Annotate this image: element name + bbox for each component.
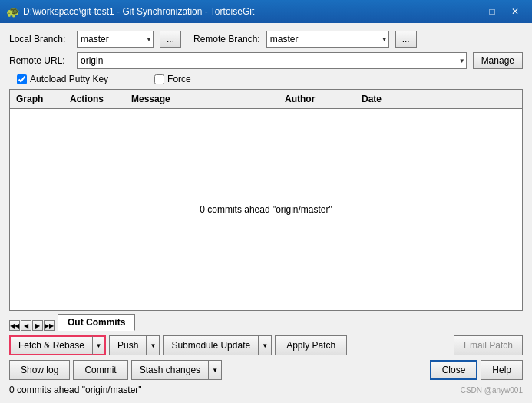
tab-strip-container: ◀◀ ◀ ▶ ▶▶ Out Commits <box>9 314 523 331</box>
title-bar: 🐢 D:\workspace\git-test1 - Git Synchroni… <box>0 0 532 23</box>
stash-changes-split: Stash changes ▼ <box>131 360 222 380</box>
manage-button[interactable]: Manage <box>473 52 523 69</box>
col-actions: Actions <box>64 92 125 106</box>
empty-message: 0 commits ahead "origin/master" <box>200 204 332 215</box>
local-branch-select-wrapper: master ▼ <box>77 31 154 48</box>
force-checkbox[interactable] <box>154 74 164 84</box>
table-body: 0 commits ahead "origin/master" <box>10 109 522 310</box>
push-split: Push ▼ <box>109 335 160 355</box>
commit-button[interactable]: Commit <box>73 360 127 380</box>
minimize-button[interactable]: — <box>458 3 480 20</box>
remote-url-label: Remote URL: <box>9 55 71 66</box>
action-row-1: Fetch & Rebase ▼ Push ▼ Submodule Update… <box>9 335 523 355</box>
submodule-update-split: Submodule Update ▼ <box>163 335 272 355</box>
remote-url-row: Remote URL: origin ▼ Manage <box>9 52 523 69</box>
local-branch-browse-button[interactable]: ... <box>160 31 181 48</box>
status-text: 0 commits ahead "origin/master" <box>9 385 458 395</box>
remote-branch-select[interactable]: master <box>266 31 389 48</box>
apply-patch-button[interactable]: Apply Patch <box>275 335 347 355</box>
fetch-rebase-split: Fetch & Rebase ▼ <box>9 335 106 355</box>
tab-first-button[interactable]: ◀◀ <box>9 320 20 331</box>
maximize-button[interactable]: □ <box>481 3 503 20</box>
remote-url-select[interactable]: origin <box>77 52 467 69</box>
fetch-rebase-arrow-button[interactable]: ▼ <box>92 335 106 355</box>
push-button[interactable]: Push <box>109 335 146 355</box>
col-message: Message <box>125 92 279 106</box>
tab-prev-button[interactable]: ◀ <box>21 320 31 331</box>
col-graph: Graph <box>10 92 64 106</box>
tab-last-button[interactable]: ▶▶ <box>44 320 55 331</box>
fetch-rebase-button[interactable]: Fetch & Rebase <box>9 335 92 355</box>
autoload-putty-checkbox[interactable] <box>17 74 27 84</box>
action-row-2: Show log Commit Stash changes ▼ Close He… <box>9 360 523 380</box>
autoload-putty-checkbox-label[interactable]: Autoload Putty Key <box>17 74 108 84</box>
local-branch-row: Local Branch: master ▼ ... Remote Branch… <box>9 31 523 48</box>
title-bar-controls: — □ ✕ <box>458 3 526 20</box>
col-author: Author <box>279 92 355 106</box>
show-log-button[interactable]: Show log <box>9 360 70 380</box>
stash-changes-button[interactable]: Stash changes <box>131 360 208 380</box>
local-branch-label: Local Branch: <box>9 34 71 45</box>
force-label-text: Force <box>167 74 191 84</box>
stash-changes-arrow-button[interactable]: ▼ <box>208 360 222 380</box>
app-icon: 🐢 <box>6 5 18 18</box>
window-body: Local Branch: master ▼ ... Remote Branch… <box>0 23 532 403</box>
email-patch-button[interactable]: Email Patch <box>454 335 523 355</box>
bottom-row: 0 commits ahead "origin/master" CSDN @an… <box>9 385 523 395</box>
remote-url-select-wrapper: origin ▼ <box>77 52 467 69</box>
commit-table: Graph Actions Message Author Date 0 comm… <box>9 89 523 311</box>
remote-branch-label: Remote Branch: <box>193 34 260 45</box>
help-button[interactable]: Help <box>481 360 523 380</box>
submodule-update-button[interactable]: Submodule Update <box>163 335 258 355</box>
remote-branch-browse-button[interactable]: ... <box>395 31 417 48</box>
table-header: Graph Actions Message Author Date <box>10 90 522 109</box>
close-button[interactable]: Close <box>430 360 478 380</box>
remote-branch-select-wrapper: master ▼ <box>266 31 389 48</box>
tab-out-commits-label: Out Commits <box>68 317 125 328</box>
col-date: Date <box>355 92 522 106</box>
close-window-button[interactable]: ✕ <box>504 3 526 20</box>
watermark-text: CSDN @anyw001 <box>461 386 523 395</box>
force-checkbox-label[interactable]: Force <box>154 74 191 84</box>
autoload-putty-label-text: Autoload Putty Key <box>30 74 108 84</box>
title-bar-text: D:\workspace\git-test1 - Git Synchroniza… <box>23 6 458 17</box>
tab-next-button[interactable]: ▶ <box>32 320 43 331</box>
checkbox-row: Autoload Putty Key Force <box>9 74 523 84</box>
local-branch-select[interactable]: master <box>77 31 154 48</box>
tab-out-commits[interactable]: Out Commits <box>58 314 135 331</box>
submodule-update-arrow-button[interactable]: ▼ <box>258 335 272 355</box>
tab-nav-arrows: ◀◀ ◀ ▶ ▶▶ <box>9 320 55 331</box>
push-arrow-button[interactable]: ▼ <box>146 335 160 355</box>
